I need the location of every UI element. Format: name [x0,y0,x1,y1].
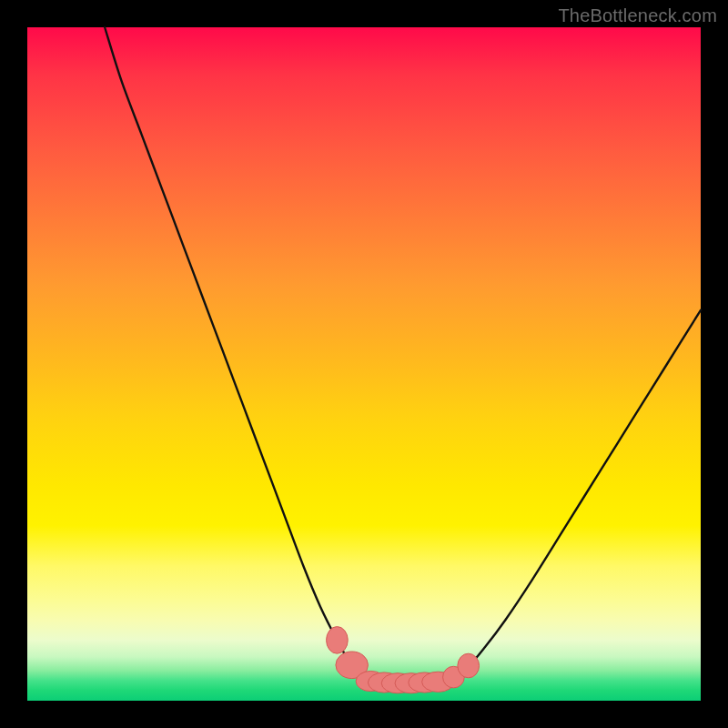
marker-group [327,627,480,693]
plot-area [27,27,701,701]
chart-frame: TheBottleneck.com [0,0,728,728]
highlight-marker [327,627,349,654]
curve-group [105,27,701,683]
chart-svg [27,27,701,701]
highlight-marker [458,653,480,678]
bottleneck-curve [105,27,701,683]
watermark-text: TheBottleneck.com [558,5,717,26]
